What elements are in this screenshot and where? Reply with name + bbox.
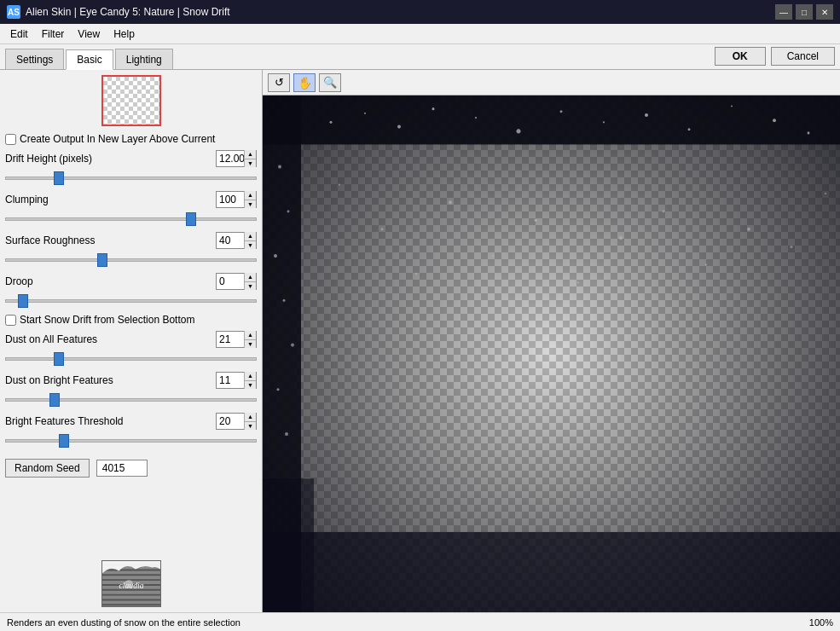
reset-icon: ↺ — [275, 76, 284, 89]
clumping-input[interactable] — [217, 192, 244, 207]
menu-edit[interactable]: Edit — [3, 26, 35, 42]
tab-group: Settings Basic Lighting — [5, 49, 173, 69]
dust-all-slider[interactable] — [5, 357, 257, 361]
ok-button[interactable]: OK — [715, 47, 766, 66]
bright-threshold-label: Bright Features Threshold — [5, 415, 124, 427]
dust-bright-up[interactable]: ▲ — [245, 372, 256, 381]
surface-roughness-arrows: ▲ ▼ — [244, 232, 256, 249]
droop-label: Droop — [5, 275, 33, 287]
app-icon: AS — [7, 5, 20, 19]
dust-bright-slider[interactable] — [5, 398, 257, 402]
drift-height-label: Drift Height (pixels) — [5, 153, 92, 165]
clumping-down[interactable]: ▼ — [245, 200, 256, 209]
zoom-tool-button[interactable]: 🔍 — [319, 73, 341, 92]
dust-bright-spinbox[interactable]: ▲ ▼ — [216, 372, 257, 389]
seed-value-input[interactable] — [96, 460, 148, 477]
drift-height-arrows: ▲ ▼ — [244, 150, 256, 167]
clumping-label: Clumping — [5, 194, 49, 206]
preview-thumbnail[interactable] — [101, 75, 161, 126]
bright-threshold-control: Bright Features Threshold ▲ ▼ — [5, 413, 257, 447]
reset-view-button[interactable]: ↺ — [268, 73, 290, 92]
dust-bright-control: Dust on Bright Features ▲ ▼ — [5, 372, 257, 406]
surface-roughness-slider[interactable] — [5, 258, 257, 262]
create-output-checkbox[interactable] — [5, 134, 16, 145]
bright-threshold-input[interactable] — [217, 414, 244, 429]
tab-settings[interactable]: Settings — [5, 49, 64, 69]
droop-down[interactable]: ▼ — [245, 282, 256, 291]
right-preview: ↺ ✋ 🔍 — [263, 70, 840, 612]
drift-height-slider[interactable] — [5, 177, 257, 180]
clumping-slider[interactable] — [5, 217, 257, 221]
droop-control: Droop ▲ ▼ — [5, 273, 257, 307]
title-bar: AS Alien Skin | Eye Candy 5: Nature | Sn… — [0, 0, 840, 24]
bright-threshold-up[interactable]: ▲ — [245, 413, 256, 422]
surface-roughness-spinbox[interactable]: ▲ ▼ — [216, 232, 257, 249]
surface-roughness-up[interactable]: ▲ — [245, 232, 256, 241]
dust-bright-down[interactable]: ▼ — [245, 381, 256, 390]
bright-threshold-down[interactable]: ▼ — [245, 422, 256, 431]
drift-height-input[interactable] — [217, 151, 244, 166]
close-button[interactable]: ✕ — [816, 4, 833, 20]
dust-all-up[interactable]: ▲ — [245, 331, 256, 340]
droop-input[interactable] — [217, 274, 244, 289]
dust-all-input[interactable] — [217, 332, 244, 347]
dust-all-slider-container — [5, 350, 257, 365]
bright-threshold-spinbox[interactable]: ▲ ▼ — [216, 413, 257, 430]
menu-filter[interactable]: Filter — [35, 26, 72, 42]
menu-help[interactable]: Help — [107, 26, 142, 42]
status-message: Renders an even dusting of snow on the e… — [7, 617, 240, 628]
tab-lighting[interactable]: Lighting — [115, 49, 173, 69]
tab-basic[interactable]: Basic — [66, 49, 113, 70]
dust-bright-input[interactable] — [217, 373, 244, 388]
droop-up[interactable]: ▲ — [245, 273, 256, 282]
title-bar-controls[interactable]: — □ ✕ — [775, 4, 833, 20]
bright-threshold-arrows: ▲ ▼ — [244, 413, 256, 430]
surface-roughness-label: Surface Roughness — [5, 234, 95, 246]
pan-tool-button[interactable]: ✋ — [293, 73, 316, 92]
dust-all-arrows: ▲ ▼ — [244, 331, 256, 348]
preview-canvas[interactable] — [263, 96, 840, 612]
minimize-button[interactable]: — — [775, 4, 792, 20]
create-output-row: Create Output In New Layer Above Current — [5, 133, 257, 145]
surface-roughness-input[interactable] — [217, 233, 244, 248]
content-area: Create Output In New Layer Above Current… — [0, 70, 840, 612]
drift-height-up[interactable]: ▲ — [245, 150, 256, 159]
drift-height-control: Drift Height (pixels) ▲ ▼ — [5, 150, 257, 184]
surface-roughness-down[interactable]: ▼ — [245, 241, 256, 250]
dust-bright-slider-container — [5, 391, 257, 406]
surface-roughness-slider-container — [5, 251, 257, 266]
clumping-spinbox[interactable]: ▲ ▼ — [216, 191, 257, 208]
start-from-bottom-label: Start Snow Drift from Selection Bottom — [20, 314, 194, 326]
svg-text:claudia: claudia — [119, 581, 143, 590]
bright-threshold-slider[interactable] — [5, 439, 257, 443]
clumping-up[interactable]: ▲ — [245, 191, 256, 200]
dust-all-control: Dust on All Features ▲ ▼ — [5, 331, 257, 365]
thumb-strip: claudia — [5, 560, 257, 607]
droop-slider[interactable] — [5, 299, 257, 303]
droop-spinbox[interactable]: ▲ ▼ — [216, 273, 257, 290]
ok-cancel-group: OK Cancel — [715, 47, 835, 69]
clumping-slider-container — [5, 210, 257, 225]
start-from-bottom-checkbox[interactable] — [5, 315, 16, 326]
clumping-arrows: ▲ ▼ — [244, 191, 256, 208]
drift-height-spinbox[interactable]: ▲ ▼ — [216, 150, 257, 167]
zoom-level: 100% — [809, 617, 833, 628]
dust-all-down[interactable]: ▼ — [245, 340, 256, 349]
random-seed-row: Random Seed — [5, 459, 257, 478]
cancel-button[interactable]: Cancel — [771, 47, 835, 66]
zoom-icon: 🔍 — [323, 76, 337, 89]
left-panel: Create Output In New Layer Above Current… — [0, 70, 263, 612]
bright-threshold-slider-container — [5, 431, 257, 447]
menu-view[interactable]: View — [71, 26, 107, 42]
random-seed-button[interactable]: Random Seed — [5, 459, 90, 478]
maximize-button[interactable]: □ — [796, 4, 813, 20]
dust-all-spinbox[interactable]: ▲ ▼ — [216, 331, 257, 348]
dialog-body: Settings Basic Lighting OK Cancel Crea — [0, 44, 840, 631]
thumb-strip-item[interactable]: claudia — [101, 560, 161, 607]
dust-all-label: Dust on All Features — [5, 333, 97, 345]
tab-row: Settings Basic Lighting OK Cancel — [0, 44, 840, 70]
preview-toolbar: ↺ ✋ 🔍 — [263, 70, 840, 96]
drift-height-down[interactable]: ▼ — [245, 159, 256, 168]
preview-thumb-row — [5, 75, 257, 126]
menu-bar: Edit Filter View Help — [0, 24, 840, 44]
